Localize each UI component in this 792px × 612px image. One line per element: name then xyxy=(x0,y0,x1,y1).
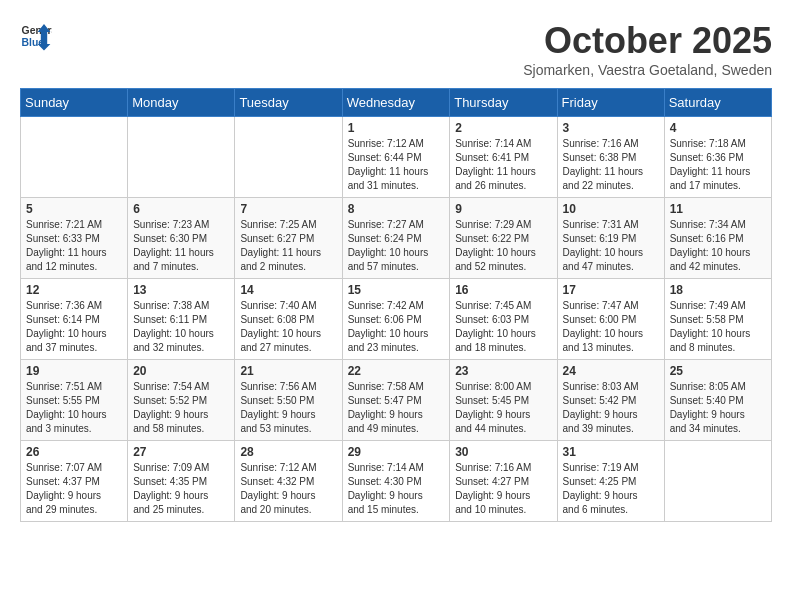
day-number: 28 xyxy=(240,445,336,459)
day-info: Sunrise: 7:14 AM Sunset: 6:41 PM Dayligh… xyxy=(455,137,551,193)
day-info: Sunrise: 7:40 AM Sunset: 6:08 PM Dayligh… xyxy=(240,299,336,355)
calendar-cell: 30Sunrise: 7:16 AM Sunset: 4:27 PM Dayli… xyxy=(450,441,557,522)
day-number: 18 xyxy=(670,283,766,297)
day-number: 19 xyxy=(26,364,122,378)
day-number: 3 xyxy=(563,121,659,135)
page-header: General Blue October 2025 Sjomarken, Vae… xyxy=(20,20,772,78)
calendar-cell xyxy=(664,441,771,522)
day-number: 26 xyxy=(26,445,122,459)
calendar-cell: 31Sunrise: 7:19 AM Sunset: 4:25 PM Dayli… xyxy=(557,441,664,522)
day-info: Sunrise: 7:18 AM Sunset: 6:36 PM Dayligh… xyxy=(670,137,766,193)
logo: General Blue xyxy=(20,20,52,52)
calendar-cell: 6Sunrise: 7:23 AM Sunset: 6:30 PM Daylig… xyxy=(128,198,235,279)
day-info: Sunrise: 7:09 AM Sunset: 4:35 PM Dayligh… xyxy=(133,461,229,517)
day-info: Sunrise: 7:12 AM Sunset: 6:44 PM Dayligh… xyxy=(348,137,445,193)
day-info: Sunrise: 7:51 AM Sunset: 5:55 PM Dayligh… xyxy=(26,380,122,436)
day-number: 24 xyxy=(563,364,659,378)
calendar-cell: 23Sunrise: 8:00 AM Sunset: 5:45 PM Dayli… xyxy=(450,360,557,441)
day-number: 17 xyxy=(563,283,659,297)
day-number: 5 xyxy=(26,202,122,216)
calendar-cell: 21Sunrise: 7:56 AM Sunset: 5:50 PM Dayli… xyxy=(235,360,342,441)
day-info: Sunrise: 7:34 AM Sunset: 6:16 PM Dayligh… xyxy=(670,218,766,274)
calendar-cell: 11Sunrise: 7:34 AM Sunset: 6:16 PM Dayli… xyxy=(664,198,771,279)
day-number: 8 xyxy=(348,202,445,216)
calendar-cell: 7Sunrise: 7:25 AM Sunset: 6:27 PM Daylig… xyxy=(235,198,342,279)
day-info: Sunrise: 7:27 AM Sunset: 6:24 PM Dayligh… xyxy=(348,218,445,274)
calendar-cell: 19Sunrise: 7:51 AM Sunset: 5:55 PM Dayli… xyxy=(21,360,128,441)
day-number: 29 xyxy=(348,445,445,459)
day-number: 2 xyxy=(455,121,551,135)
calendar-cell xyxy=(21,117,128,198)
calendar-cell: 15Sunrise: 7:42 AM Sunset: 6:06 PM Dayli… xyxy=(342,279,450,360)
day-number: 10 xyxy=(563,202,659,216)
day-number: 23 xyxy=(455,364,551,378)
day-number: 16 xyxy=(455,283,551,297)
day-info: Sunrise: 7:31 AM Sunset: 6:19 PM Dayligh… xyxy=(563,218,659,274)
day-info: Sunrise: 7:58 AM Sunset: 5:47 PM Dayligh… xyxy=(348,380,445,436)
calendar-cell: 29Sunrise: 7:14 AM Sunset: 4:30 PM Dayli… xyxy=(342,441,450,522)
day-info: Sunrise: 8:05 AM Sunset: 5:40 PM Dayligh… xyxy=(670,380,766,436)
day-number: 21 xyxy=(240,364,336,378)
calendar-cell: 25Sunrise: 8:05 AM Sunset: 5:40 PM Dayli… xyxy=(664,360,771,441)
day-info: Sunrise: 7:16 AM Sunset: 6:38 PM Dayligh… xyxy=(563,137,659,193)
calendar-cell xyxy=(235,117,342,198)
calendar-week-row: 19Sunrise: 7:51 AM Sunset: 5:55 PM Dayli… xyxy=(21,360,772,441)
day-of-week-header: Wednesday xyxy=(342,89,450,117)
day-info: Sunrise: 7:07 AM Sunset: 4:37 PM Dayligh… xyxy=(26,461,122,517)
calendar-cell: 16Sunrise: 7:45 AM Sunset: 6:03 PM Dayli… xyxy=(450,279,557,360)
day-info: Sunrise: 7:45 AM Sunset: 6:03 PM Dayligh… xyxy=(455,299,551,355)
calendar-cell: 28Sunrise: 7:12 AM Sunset: 4:32 PM Dayli… xyxy=(235,441,342,522)
day-number: 30 xyxy=(455,445,551,459)
day-of-week-header: Saturday xyxy=(664,89,771,117)
calendar-cell: 3Sunrise: 7:16 AM Sunset: 6:38 PM Daylig… xyxy=(557,117,664,198)
day-number: 12 xyxy=(26,283,122,297)
day-info: Sunrise: 7:36 AM Sunset: 6:14 PM Dayligh… xyxy=(26,299,122,355)
calendar-week-row: 1Sunrise: 7:12 AM Sunset: 6:44 PM Daylig… xyxy=(21,117,772,198)
calendar-cell: 26Sunrise: 7:07 AM Sunset: 4:37 PM Dayli… xyxy=(21,441,128,522)
calendar-week-row: 5Sunrise: 7:21 AM Sunset: 6:33 PM Daylig… xyxy=(21,198,772,279)
calendar-cell: 27Sunrise: 7:09 AM Sunset: 4:35 PM Dayli… xyxy=(128,441,235,522)
title-section: October 2025 Sjomarken, Vaestra Goetalan… xyxy=(523,20,772,78)
day-info: Sunrise: 7:47 AM Sunset: 6:00 PM Dayligh… xyxy=(563,299,659,355)
calendar-cell: 24Sunrise: 8:03 AM Sunset: 5:42 PM Dayli… xyxy=(557,360,664,441)
day-number: 9 xyxy=(455,202,551,216)
day-number: 4 xyxy=(670,121,766,135)
month-title: October 2025 xyxy=(523,20,772,62)
day-number: 22 xyxy=(348,364,445,378)
calendar-cell xyxy=(128,117,235,198)
day-info: Sunrise: 7:38 AM Sunset: 6:11 PM Dayligh… xyxy=(133,299,229,355)
calendar-cell: 13Sunrise: 7:38 AM Sunset: 6:11 PM Dayli… xyxy=(128,279,235,360)
day-info: Sunrise: 7:54 AM Sunset: 5:52 PM Dayligh… xyxy=(133,380,229,436)
day-info: Sunrise: 7:19 AM Sunset: 4:25 PM Dayligh… xyxy=(563,461,659,517)
calendar-cell: 9Sunrise: 7:29 AM Sunset: 6:22 PM Daylig… xyxy=(450,198,557,279)
day-info: Sunrise: 7:42 AM Sunset: 6:06 PM Dayligh… xyxy=(348,299,445,355)
logo-icon: General Blue xyxy=(20,20,52,52)
calendar-cell: 10Sunrise: 7:31 AM Sunset: 6:19 PM Dayli… xyxy=(557,198,664,279)
day-info: Sunrise: 7:23 AM Sunset: 6:30 PM Dayligh… xyxy=(133,218,229,274)
calendar-cell: 14Sunrise: 7:40 AM Sunset: 6:08 PM Dayli… xyxy=(235,279,342,360)
calendar-header-row: SundayMondayTuesdayWednesdayThursdayFrid… xyxy=(21,89,772,117)
day-of-week-header: Sunday xyxy=(21,89,128,117)
calendar-week-row: 12Sunrise: 7:36 AM Sunset: 6:14 PM Dayli… xyxy=(21,279,772,360)
calendar-cell: 20Sunrise: 7:54 AM Sunset: 5:52 PM Dayli… xyxy=(128,360,235,441)
day-number: 15 xyxy=(348,283,445,297)
calendar-cell: 4Sunrise: 7:18 AM Sunset: 6:36 PM Daylig… xyxy=(664,117,771,198)
day-number: 14 xyxy=(240,283,336,297)
calendar-cell: 22Sunrise: 7:58 AM Sunset: 5:47 PM Dayli… xyxy=(342,360,450,441)
day-number: 6 xyxy=(133,202,229,216)
day-info: Sunrise: 7:25 AM Sunset: 6:27 PM Dayligh… xyxy=(240,218,336,274)
day-info: Sunrise: 8:00 AM Sunset: 5:45 PM Dayligh… xyxy=(455,380,551,436)
calendar-cell: 17Sunrise: 7:47 AM Sunset: 6:00 PM Dayli… xyxy=(557,279,664,360)
calendar-cell: 8Sunrise: 7:27 AM Sunset: 6:24 PM Daylig… xyxy=(342,198,450,279)
day-number: 25 xyxy=(670,364,766,378)
calendar-week-row: 26Sunrise: 7:07 AM Sunset: 4:37 PM Dayli… xyxy=(21,441,772,522)
day-info: Sunrise: 7:21 AM Sunset: 6:33 PM Dayligh… xyxy=(26,218,122,274)
day-info: Sunrise: 7:49 AM Sunset: 5:58 PM Dayligh… xyxy=(670,299,766,355)
day-info: Sunrise: 7:29 AM Sunset: 6:22 PM Dayligh… xyxy=(455,218,551,274)
day-number: 13 xyxy=(133,283,229,297)
day-number: 1 xyxy=(348,121,445,135)
calendar-table: SundayMondayTuesdayWednesdayThursdayFrid… xyxy=(20,88,772,522)
day-of-week-header: Tuesday xyxy=(235,89,342,117)
day-number: 27 xyxy=(133,445,229,459)
day-info: Sunrise: 8:03 AM Sunset: 5:42 PM Dayligh… xyxy=(563,380,659,436)
